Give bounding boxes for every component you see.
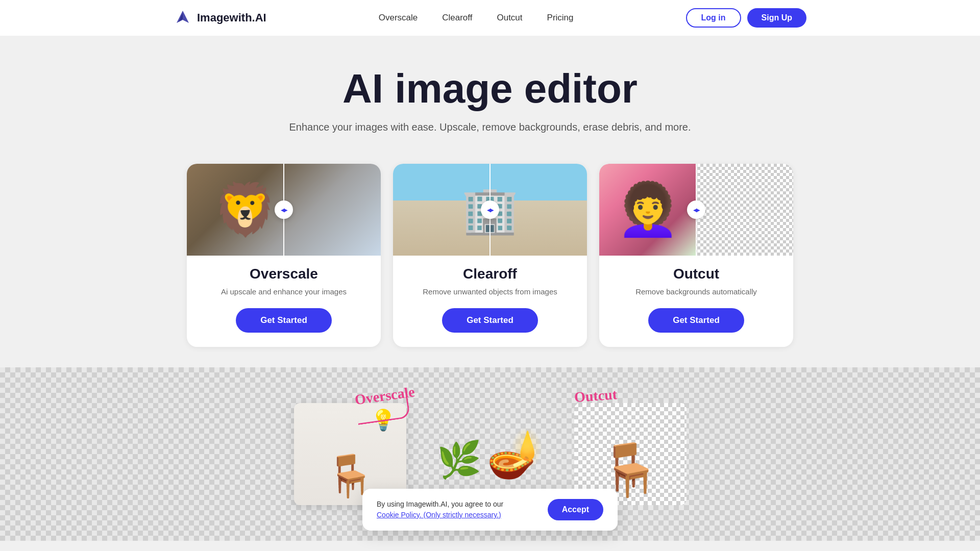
nav-overscale[interactable]: Overscale [379,13,418,23]
person-image [599,164,696,256]
cookie-text: By using Imagewith.AI, you agree to our … [377,499,527,520]
clearoff-card-title: Clearoff [463,266,517,282]
outcut-card-title: Outcut [673,266,719,282]
slider-handle[interactable] [275,201,293,219]
navbar: Imagewith.AI Overscale Clearoff Outcut P… [0,0,980,36]
overscale-annotation: Overscale [354,384,418,425]
navbar-buttons: Log in Sign Up [686,8,806,28]
outcut-card-desc: Remove backgrounds automatically [625,286,767,298]
overscale-image [187,164,381,256]
slider-handle-3[interactable] [687,201,705,219]
clearoff-card-desc: Remove unwanted objects from images [412,286,567,298]
cookie-banner: By using Imagewith.AI, you agree to our … [362,489,618,531]
hero-subtitle: Enhance your images with ease. Upscale, … [10,121,970,133]
clearoff-get-started-button[interactable]: Get Started [442,308,538,333]
cookie-accept-button[interactable]: Accept [548,499,603,520]
clearoff-card: Clearoff Remove unwanted objects from im… [393,164,587,347]
overscale-card: Overscale Ai upscale and enhance your im… [187,164,381,347]
middle-items: 🌿 🪔 [437,427,544,481]
logo-icon [174,9,192,27]
login-button[interactable]: Log in [686,8,741,28]
cookie-policy-link[interactable]: Cookie Policy. (Only strictly necessary.… [377,511,501,519]
overscale-get-started-button[interactable]: Get Started [236,308,332,333]
overscale-card-title: Overscale [250,266,318,282]
hero-title: AI image editor [10,66,970,111]
nav-outcut[interactable]: Outcut [497,13,522,23]
clearoff-image [393,164,587,256]
signup-button[interactable]: Sign Up [747,8,806,28]
nav-pricing[interactable]: Pricing [547,13,574,23]
outcut-annotation: Outcut [573,386,617,406]
slider-handle-2[interactable] [481,201,499,219]
lamp-icon: 🪔 [486,427,544,481]
outcut-card: Outcut Remove backgrounds automatically … [599,164,793,347]
logo[interactable]: Imagewith.AI [174,9,266,27]
cards-section: Overscale Ai upscale and enhance your im… [0,164,980,367]
navbar-links: Overscale Clearoff Outcut Pricing [379,13,574,23]
hero-section: AI image editor Enhance your images with… [0,36,980,164]
outcut-get-started-button[interactable]: Get Started [648,308,744,333]
plant-icon: 🌿 [437,439,481,481]
overscale-card-desc: Ai upscale and enhance your images [211,286,357,298]
outcut-image [599,164,793,256]
nav-clearoff[interactable]: Clearoff [442,13,472,23]
logo-text: Imagewith.AI [197,11,266,24]
